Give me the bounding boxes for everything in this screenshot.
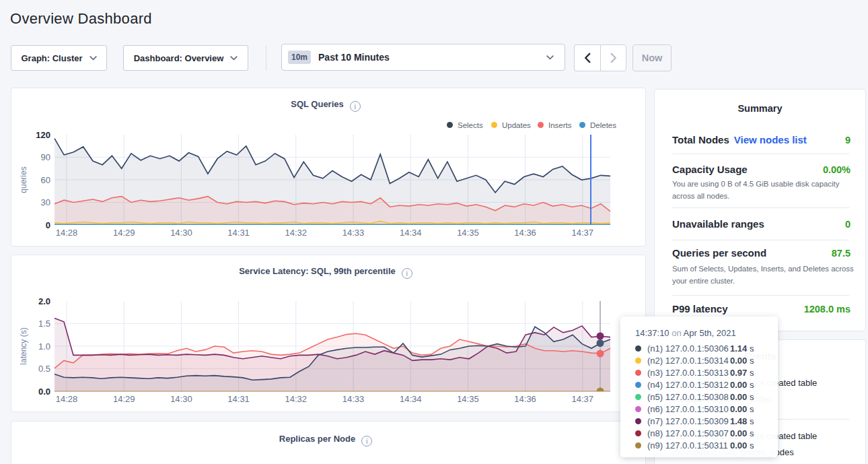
svg-text:14:33: 14:33	[342, 228, 365, 238]
svg-text:14:29: 14:29	[113, 228, 135, 238]
svg-text:14:34: 14:34	[400, 228, 422, 238]
svg-text:14:33: 14:33	[342, 394, 365, 404]
svg-text:2.0: 2.0	[38, 296, 50, 306]
svg-text:14:28: 14:28	[56, 394, 78, 404]
svg-text:0.0: 0.0	[38, 387, 50, 397]
svg-text:queries: queries	[19, 166, 28, 193]
svg-text:latency (s): latency (s)	[19, 327, 28, 364]
svg-text:14:36: 14:36	[514, 228, 536, 238]
svg-text:14:29: 14:29	[113, 394, 135, 404]
svg-text:60: 60	[41, 175, 50, 185]
svg-text:30: 30	[41, 197, 50, 207]
svg-text:14:31: 14:31	[227, 394, 250, 404]
svg-text:14:32: 14:32	[285, 228, 308, 238]
svg-text:14:31: 14:31	[227, 228, 250, 238]
svg-text:14:36: 14:36	[514, 394, 536, 404]
svg-text:120: 120	[36, 130, 50, 140]
svg-text:0: 0	[46, 220, 50, 230]
svg-text:1.0: 1.0	[38, 341, 50, 352]
svg-text:14:28: 14:28	[56, 228, 78, 238]
svg-text:14:37: 14:37	[572, 228, 594, 238]
svg-text:14:34: 14:34	[400, 394, 422, 404]
svg-text:14:30: 14:30	[170, 394, 192, 404]
svg-text:90: 90	[41, 152, 50, 162]
svg-text:14:35: 14:35	[457, 228, 479, 238]
svg-text:14:30: 14:30	[170, 228, 192, 238]
svg-text:14:32: 14:32	[285, 394, 308, 404]
svg-text:14:37: 14:37	[572, 394, 594, 404]
svg-text:0.5: 0.5	[38, 364, 50, 374]
svg-text:14:35: 14:35	[457, 394, 479, 404]
svg-text:1.5: 1.5	[38, 319, 50, 329]
